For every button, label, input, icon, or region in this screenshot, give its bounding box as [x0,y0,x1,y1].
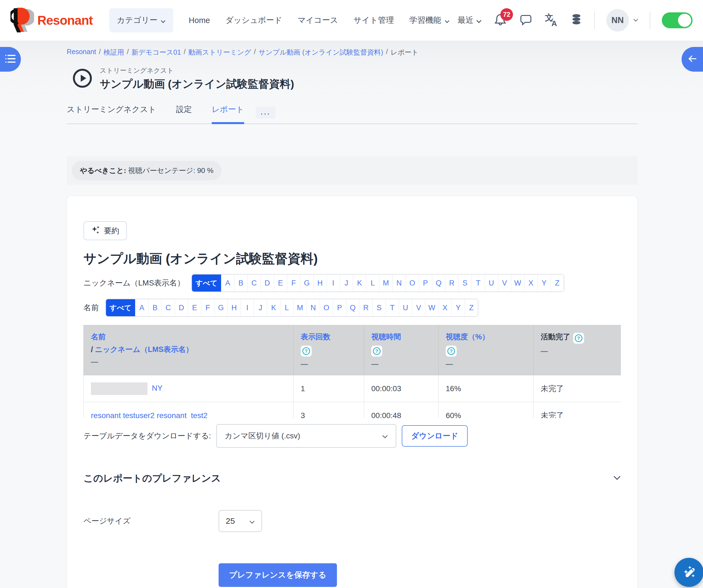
breadcrumb-link[interactable]: サンプル動画 (オンライン試験監督資料) [259,48,383,57]
filter-nickname-letter-F[interactable]: F [287,274,300,291]
filter-firstname-letter-Y[interactable]: Y [452,299,465,316]
filter-firstname-letter-L[interactable]: L [280,299,293,316]
page-size-select[interactable]: 25 [219,510,262,532]
filter-nickname-letter-L[interactable]: L [366,274,379,291]
filter-nickname-letter-M[interactable]: M [379,274,392,291]
language-button[interactable]: 文 A [544,13,559,28]
tab-more-button[interactable]: ... [256,106,276,118]
notifications-button[interactable]: 72 [493,13,507,28]
column-hide-dash-views[interactable]: — [301,360,357,368]
download-format-select[interactable]: カンマ区切り値 (.csv) [216,424,396,448]
user-link[interactable]: resonant testuser2 resonant_test2 [91,411,208,418]
column-hide-dash-watch-percent[interactable]: — [446,360,526,368]
filter-firstname-letter-A[interactable]: A [135,299,148,316]
column-sort-link-watch-time[interactable]: 視聴時間 [371,333,401,341]
filter-nickname-letter-S[interactable]: S [458,274,471,291]
filter-nickname-letter-O[interactable]: O [406,274,419,291]
filter-nickname-letter-B[interactable]: B [234,274,247,291]
filter-nickname-letter-G[interactable]: G [300,274,313,291]
filter-firstname-letter-K[interactable]: K [267,299,280,316]
filter-nickname-letter-H[interactable]: H [313,274,326,291]
filter-firstname-letter-S[interactable]: S [372,299,386,316]
filter-nickname-letter-Y[interactable]: Y [537,274,551,291]
edit-mode-toggle[interactable] [662,12,693,28]
filter-nickname-letter-C[interactable]: C [247,274,260,291]
filter-nickname-letter-A[interactable]: A [221,274,234,291]
breadcrumb-link[interactable]: 検証用 [103,48,124,57]
logo[interactable]: Resonant [10,7,93,34]
filter-firstname-letter-B[interactable]: B [148,299,161,316]
filter-firstname-letter-D[interactable]: D [175,299,188,316]
filter-firstname-letter-O[interactable]: O [320,299,333,316]
filter-nickname-letter-D[interactable]: D [260,274,274,291]
filter-nickname-all[interactable]: すべて [192,274,221,291]
help-icon-watch-time[interactable]: ? [371,346,382,357]
download-button[interactable]: ダウンロード [402,425,467,447]
filter-firstname-letter-P[interactable]: P [333,299,346,316]
filter-nickname-letter-Z[interactable]: Z [551,274,564,291]
filter-firstname-letter-Q[interactable]: Q [346,299,359,316]
filter-nickname-letter-N[interactable]: N [392,274,406,291]
help-icon-completion[interactable]: ? [573,333,584,344]
tab-report[interactable]: レポート [212,104,244,124]
preferences-collapse-header[interactable]: このレポートのプレファレンス [83,472,621,485]
filter-nickname-letter-R[interactable]: R [445,274,458,291]
save-preferences-button[interactable]: プレファレンスを保存する [219,563,337,587]
ai-assistant-button[interactable] [675,558,703,587]
filter-nickname-letter-V[interactable]: V [498,274,511,291]
filter-nickname-letter-X[interactable]: X [524,274,537,291]
messages-button[interactable] [519,13,533,28]
column-sort-link-nickname[interactable]: ニックネーム（LMS表示名） [95,345,193,353]
filter-firstname-all[interactable]: すべて [106,299,135,316]
user-link[interactable]: NY [152,384,163,392]
help-icon-views[interactable]: ? [301,346,312,357]
column-sort-link-watch-percent[interactable]: 視聴度（%） [446,333,489,341]
filter-firstname-letter-X[interactable]: X [438,299,452,316]
filter-firstname-letter-C[interactable]: C [161,299,175,316]
filter-firstname-letter-J[interactable]: J [254,299,267,316]
filter-firstname-letter-W[interactable]: W [425,299,438,316]
filter-firstname-letter-I[interactable]: I [241,299,254,316]
tab-streaming-next[interactable]: ストリーミングネクスト [67,104,156,124]
column-sort-link-views[interactable]: 表示回数 [301,333,330,341]
user-menu[interactable]: NN [606,9,638,31]
nav-item-learning-features[interactable]: 学習機能 [409,15,450,26]
summarize-button[interactable]: 要約 [83,221,127,240]
nav-item-dashboard[interactable]: ダッシュボード [225,15,282,26]
filter-nickname-letter-E[interactable]: E [274,274,287,291]
database-button[interactable] [570,13,583,28]
filter-firstname-letter-R[interactable]: R [359,299,372,316]
help-icon-watch-percent[interactable]: ? [446,346,457,357]
filter-nickname-letter-I[interactable]: I [326,274,340,291]
filter-firstname-letter-N[interactable]: N [306,299,320,316]
tab-settings[interactable]: 設定 [176,104,192,124]
column-sort-link-name[interactable]: 名前 [91,333,106,341]
filter-firstname-letter-M[interactable]: M [293,299,306,316]
filter-nickname-letter-J[interactable]: J [340,274,353,291]
filter-firstname-letter-U[interactable]: U [399,299,412,316]
filter-nickname-letter-P[interactable]: P [419,274,432,291]
nav-item-my-courses[interactable]: マイコース [298,15,338,26]
column-hide-dash-completion[interactable]: — [541,347,614,355]
filter-firstname-letter-Z[interactable]: Z [465,299,478,316]
filter-nickname-letter-T[interactable]: T [471,274,485,291]
breadcrumb-link[interactable]: Resonant [67,48,96,57]
filter-firstname-letter-F[interactable]: F [201,299,214,316]
filter-firstname-letter-T[interactable]: T [386,299,399,316]
breadcrumb-link[interactable]: 動画ストリーミング [188,48,251,57]
breadcrumb-link[interactable]: 新デモコース01 [132,48,181,57]
nav-item-categories[interactable]: カテゴリー [109,8,173,32]
filter-nickname-letter-W[interactable]: W [511,274,524,291]
filter-firstname-letter-V[interactable]: V [412,299,425,316]
recent-menu[interactable]: 最近 [458,15,482,26]
filter-firstname-letter-H[interactable]: H [227,299,241,316]
filter-nickname-letter-Q[interactable]: Q [432,274,445,291]
filter-nickname-letter-U[interactable]: U [485,274,498,291]
column-hide-dash-watch-time[interactable]: — [371,360,431,368]
filter-nickname-letter-K[interactable]: K [353,274,366,291]
nav-item-site-admin[interactable]: サイト管理 [354,15,394,26]
nav-item-home[interactable]: Home [189,16,210,25]
filter-firstname-letter-E[interactable]: E [188,299,201,316]
column-hide-dash-name[interactable]: — [91,358,286,366]
filter-firstname-letter-G[interactable]: G [214,299,227,316]
